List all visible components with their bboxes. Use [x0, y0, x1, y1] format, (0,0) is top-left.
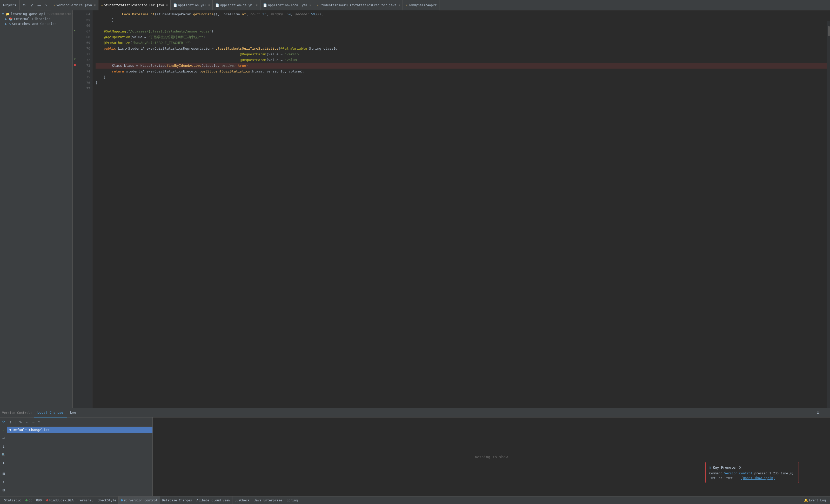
vc-settings-icon[interactable]: ⚙ — [815, 410, 821, 415]
close-icon[interactable]: × — [44, 3, 48, 8]
ln-71: 71 — [77, 52, 90, 57]
status-alibaba[interactable]: Alibaba Cloud View — [194, 497, 232, 504]
status-todo[interactable]: 6: TODO — [23, 497, 44, 504]
status-database[interactable]: Database Changes — [160, 497, 194, 504]
code-line-74: return studentsAnswerQuizStatisticsExecu… — [96, 69, 827, 74]
tab-yml-icon: 📄 — [173, 3, 177, 7]
ln-64: 64 — [77, 11, 90, 17]
vc-left-icons: ⟳ ✓ ↩ ⤓ 🔍 ⬇ ⊞ ↕ ⊡ — [0, 417, 7, 496]
gutter-68 — [73, 33, 77, 39]
code-text-74: return studentsAnswerQuizStatisticsExecu… — [96, 69, 305, 74]
vc-right-panel: Nothing to show — [153, 417, 830, 496]
kp-body: Command Version Control pressed 1,235 ti… — [709, 472, 795, 475]
tab-close-icon[interactable]: × — [208, 4, 210, 6]
vc-download-btn[interactable]: ⬇ — [1, 460, 7, 466]
status-findbugs[interactable]: FindBugs-IDEA — [44, 497, 76, 504]
scrollbar-thumb — [828, 26, 830, 36]
breakpoint-icon-73[interactable]: ● — [74, 63, 76, 67]
vc-forward-btn[interactable]: → — [30, 419, 36, 425]
vc-expand-btn[interactable]: ↕ — [1, 479, 7, 485]
sidebar-item-project[interactable]: ▼ 📁 learning-game-api ~/Documents/p3/lea… — [0, 11, 72, 17]
vc-tab-local-changes[interactable]: Local Changes — [34, 408, 67, 417]
vc-status-label: 9: Version Control — [124, 499, 158, 502]
vc-up-btn[interactable]: ↑ — [8, 419, 13, 425]
gutter-area: ▼ ▼ ● — [73, 10, 77, 416]
status-luacheck[interactable]: LuaCheck — [232, 497, 252, 504]
tab-close-icon[interactable]: × — [94, 4, 96, 6]
kp-dismiss-btn[interactable]: (Don't show again) — [741, 476, 775, 480]
status-version-control[interactable]: 9: Version Control — [119, 497, 160, 504]
tab-label: StudentStatisticsController.java — [104, 3, 164, 7]
checkstyle-label: CheckStyle — [97, 499, 116, 502]
tab-version-service[interactable]: ☕ VersionService.java × — [51, 0, 99, 10]
refresh-icon[interactable]: ⟳ — [22, 3, 27, 8]
minimize-icon[interactable]: — — [36, 3, 42, 8]
tab-students-answer[interactable]: ☕ StudentsAnswerQuizStatisticsExecutor.j… — [314, 0, 403, 10]
fold-icon-72[interactable]: ▼ — [74, 58, 75, 61]
gutter-76 — [73, 79, 77, 85]
code-text-76: } — [96, 80, 98, 86]
vc-rollback-btn[interactable]: ↩ — [1, 435, 7, 441]
vc-back-btn[interactable]: ← — [24, 419, 30, 425]
vc-minimize-icon[interactable]: — — [822, 410, 828, 415]
sidebar: ▼ 📁 learning-game-api ~/Documents/p3/lea… — [0, 10, 73, 416]
project-label: Project — [3, 3, 13, 7]
tab-application-yml[interactable]: 📄 application.yml × — [171, 0, 213, 10]
todo-dot — [26, 499, 28, 501]
project-button[interactable]: Project ▾ — [0, 0, 20, 10]
default-changelist-item[interactable]: ▼ Default Changelist — [7, 427, 153, 433]
vc-toolbar: ↑ ↓ ✎ ← → ? — [7, 417, 153, 427]
tab-close-icon[interactable]: × — [398, 4, 400, 6]
right-scrollbar[interactable] — [827, 21, 830, 416]
ln-77: 77 — [77, 86, 90, 91]
code-content[interactable]: LocalDateTime.of(studentUsageParam.getEn… — [92, 10, 830, 416]
vc-down-btn[interactable]: ↓ — [13, 419, 18, 425]
code-line-66 — [96, 23, 827, 29]
kp-title: Key Promoter X — [713, 466, 741, 469]
tab-label: application-qa.yml — [220, 3, 254, 7]
status-checkstyle[interactable]: CheckStyle — [95, 497, 119, 504]
vc-help-btn[interactable]: ? — [37, 419, 41, 425]
fold-icon-67[interactable]: ▼ — [74, 29, 75, 32]
gutter-69 — [73, 39, 77, 45]
code-line-64: LocalDateTime.of(studentUsageParam.getEn… — [96, 11, 827, 17]
vc-tab-log[interactable]: Log — [67, 408, 79, 417]
tab-application-qa[interactable]: 📄 application-qa.yml × — [213, 0, 260, 10]
status-terminal[interactable]: Terminal — [76, 497, 96, 504]
vc-refresh-btn[interactable]: ⟳ — [1, 418, 7, 425]
vc-edit-btn[interactable]: ✎ — [18, 419, 23, 425]
tab-application-local[interactable]: 📄 application-local.yml × — [260, 0, 314, 10]
tab-close-icon[interactable]: × — [256, 4, 258, 6]
vc-group-btn[interactable]: ⊞ — [1, 471, 7, 477]
ln-67: 67 — [77, 29, 90, 34]
code-line-70: public List<StudentAnswerQuizStatisticsR… — [96, 46, 827, 52]
status-spring[interactable]: Spring — [284, 497, 300, 504]
vc-diff-btn[interactable]: ⊡ — [1, 487, 7, 493]
code-line-68: @ApiOperation(value = "班级学生的答题时间和正确率统计") — [96, 34, 827, 40]
code-line-69: @PreAuthorize("hasAnyRole('ROLE_TEACHER'… — [96, 40, 827, 46]
luacheck-label: LuaCheck — [234, 499, 250, 502]
status-java-enterprise[interactable]: Java Enterprise — [252, 497, 284, 504]
vc-shelf-btn[interactable]: ⤓ — [1, 443, 7, 450]
code-text-69: @PreAuthorize("hasAnyRole('ROLE_TEACHER'… — [96, 40, 191, 46]
code-text-72: @RequestParam(value = "volum — [96, 57, 297, 63]
tab-jdk-dynamic[interactable]: ☕ JdkDynamicAopPr — [403, 0, 439, 10]
folder-icon: ▼ 📁 — [2, 12, 10, 16]
tab-student-stats[interactable]: ☕ StudentStatisticsController.java × — [98, 0, 170, 10]
sidebar-item-external-libs[interactable]: ▶ 📚 External Libraries — [0, 17, 72, 21]
tab-close-icon[interactable]: × — [166, 4, 168, 6]
tab-close-icon[interactable]: × — [310, 4, 311, 6]
split-icon[interactable]: ⤢ — [29, 3, 34, 8]
code-text-73: Klass klass = klassService.findByIdAndAc… — [96, 63, 250, 69]
main-area: ▼ 📁 learning-game-api ~/Documents/p3/lea… — [0, 10, 830, 416]
gutter-73: ● — [73, 62, 77, 67]
todo-label: 6: TODO — [29, 499, 42, 502]
vc-check-btn[interactable]: ✓ — [1, 427, 7, 433]
sidebar-scratches-label: Scratches and Consoles — [12, 22, 57, 26]
vc-search-btn[interactable]: 🔍 — [1, 452, 7, 458]
status-statistic[interactable]: Statistic — [2, 497, 23, 504]
kp-version-control-link[interactable]: Version Control — [724, 472, 752, 475]
code-line-65: } — [96, 17, 827, 23]
sidebar-item-scratches[interactable]: ▶ ✎ Scratches and Consoles — [0, 21, 72, 26]
event-log-btn[interactable]: 🔔 Event Log — [802, 499, 828, 502]
